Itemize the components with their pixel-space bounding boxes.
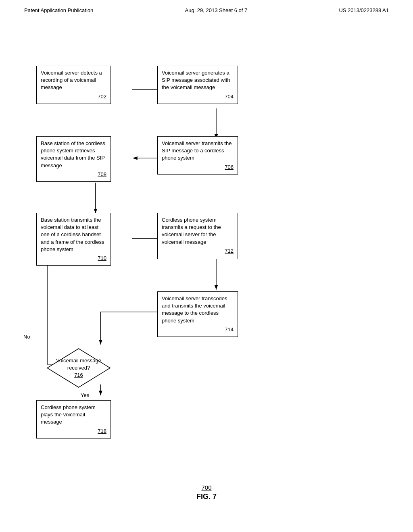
box-702: Voicemail server detects a recording of …	[36, 66, 111, 104]
footer-fig: FIG. 7	[196, 493, 217, 501]
yes-label: Yes	[81, 392, 89, 398]
footer: 700 FIG. 7	[196, 484, 217, 501]
no-label: No	[23, 334, 30, 340]
diagram-area: Voicemail server detects a recording of …	[0, 17, 413, 509]
box-718-text: Cordless phone system plays the voicemai…	[41, 404, 96, 425]
box-708-number: 708	[41, 171, 106, 178]
box-708: Base station of the cordless phone syste…	[36, 136, 111, 182]
header-left: Patent Application Publication	[24, 7, 93, 13]
footer-number: 700	[196, 484, 217, 491]
box-704-text: Voicemail server generates a SIP message…	[162, 70, 230, 90]
page-header: Patent Application Publication Aug. 29, …	[0, 0, 413, 17]
box-710-text: Base station transmits the voicemail dat…	[41, 217, 104, 252]
box-706-text: Voicemail server transmits the SIP messa…	[162, 140, 232, 161]
box-714: Voicemail server transcodes and transmit…	[157, 291, 238, 337]
box-714-text: Voicemail server transcodes and transmit…	[162, 295, 227, 324]
box-718: Cordless phone system plays the voicemai…	[36, 400, 111, 438]
box-706: Voicemail server transmits the SIP messa…	[157, 136, 238, 175]
diamond-716: Voicemail message received? 716	[46, 348, 111, 388]
box-708-text: Base station of the cordless phone syste…	[41, 140, 105, 168]
box-712-number: 712	[162, 247, 234, 255]
box-704-number: 704	[162, 93, 234, 100]
diamond-716-text: Voicemail message received? 716	[54, 357, 103, 379]
box-704: Voicemail server generates a SIP message…	[157, 66, 238, 104]
box-706-number: 706	[162, 164, 234, 171]
box-710: Base station transmits the voicemail dat…	[36, 213, 111, 266]
box-710-number: 710	[41, 255, 106, 262]
box-712-text: Cordless phone system transmits a reques…	[162, 217, 221, 245]
box-714-number: 714	[162, 326, 234, 333]
box-718-number: 718	[41, 428, 106, 435]
box-712: Cordless phone system transmits a reques…	[157, 213, 238, 259]
box-702-text: Voicemail server detects a recording of …	[41, 70, 102, 90]
header-center: Aug. 29, 2013 Sheet 6 of 7	[185, 7, 248, 13]
header-right: US 2013/0223288 A1	[339, 7, 389, 13]
box-702-number: 702	[41, 93, 106, 100]
